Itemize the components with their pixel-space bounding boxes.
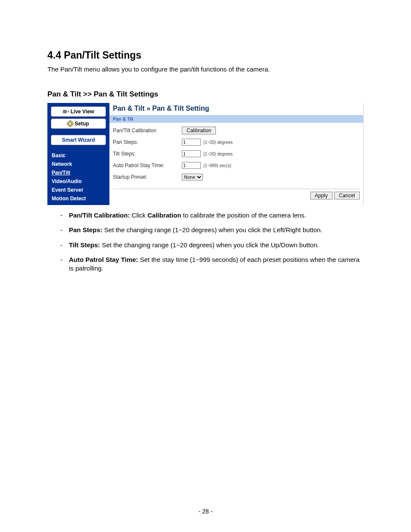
list-item: Pan Steps: Set the changing range (1~20 …	[60, 226, 364, 234]
bullet-term: Tilt Steps:	[69, 241, 100, 249]
sidebar-items: BasicNetworkPan/TiltVideo/AudioEvent Ser…	[48, 151, 109, 204]
sidebar-item-motion-detect[interactable]: Motion Detect	[48, 194, 109, 204]
document-page: 4.4 Pan/Tilt Settings The Pan/Tilt menu …	[0, 0, 411, 532]
pan-steps-hint: (1~20) degrees	[203, 140, 233, 145]
divider	[113, 189, 360, 189]
auto-patrol-input[interactable]	[182, 162, 201, 169]
sidebar: Live View Setup Smart Wizard BasicNetwor…	[47, 103, 109, 205]
cancel-button[interactable]: Cancel	[334, 192, 360, 199]
tilt-steps-hint: (1~20) degrees	[203, 152, 233, 156]
row-calibration: Pan/Tilt Calibration Calibration	[113, 125, 360, 136]
sidebar-item-event-server[interactable]: Event Server	[48, 186, 109, 194]
apply-button[interactable]: Apply	[310, 192, 333, 199]
bullet-term: Pan/Tilt Calibration:	[69, 212, 130, 219]
pan-steps-input[interactable]	[182, 139, 201, 146]
live-view-button[interactable]: Live View	[51, 106, 106, 117]
gear-icon	[68, 121, 73, 126]
label-tilt-steps: Tilt Steps:	[113, 151, 182, 157]
bullet-emphasis: Calibration	[147, 212, 181, 219]
row-pan-steps: Pan Steps: (1~20) degrees	[113, 137, 360, 147]
setup-button[interactable]: Setup	[51, 118, 106, 129]
tilt-steps-input[interactable]	[182, 150, 201, 157]
camera-icon	[63, 109, 69, 114]
row-auto-patrol: Auto Patrol Stay Time: (1~999) sec(s)	[113, 160, 360, 171]
sidebar-item-basic[interactable]: Basic	[48, 151, 109, 160]
sub-section-title: Pan & Tilt >> Pan & Tilt Settings	[47, 90, 364, 99]
row-startup-preset: Startup Preset: None	[113, 172, 360, 182]
description-list: Pan/Tilt Calibration: Click Calibration …	[47, 211, 364, 273]
live-view-label: Live View	[71, 109, 94, 115]
label-calibration: Pan/Tilt Calibration	[113, 128, 182, 134]
label-startup-preset: Startup Preset:	[113, 174, 182, 180]
form: Pan/Tilt Calibration Calibration Pan Ste…	[109, 125, 363, 186]
intro-paragraph: The Pan/Tilt menu allows you to configur…	[47, 65, 364, 73]
list-item: Auto Patrol Stay Time: Set the stay time…	[60, 255, 364, 273]
calibration-button[interactable]: Calibration	[182, 127, 216, 134]
startup-preset-select[interactable]: None	[182, 174, 203, 180]
breadcrumb: Pan & Tilt » Pan & Tilt Setting	[109, 103, 363, 115]
label-auto-patrol: Auto Patrol Stay Time:	[113, 162, 182, 168]
setup-label: Setup	[75, 121, 89, 127]
content-area: Pan & Tilt » Pan & Tilt Setting Pan & Ti…	[109, 103, 363, 205]
sidebar-item-pan-tilt[interactable]: Pan/Tilt	[48, 168, 109, 177]
list-item: Tilt Steps: Set the changing range (1~20…	[60, 241, 364, 249]
sidebar-item-video-audio[interactable]: Video/Audio	[48, 177, 109, 186]
auto-patrol-hint: (1~999) sec(s)	[203, 163, 231, 168]
settings-panel: Live View Setup Smart Wizard BasicNetwor…	[47, 103, 364, 205]
label-pan-steps: Pan Steps:	[113, 139, 182, 145]
section-title: 4.4 Pan/Tilt Settings	[47, 50, 364, 61]
smart-wizard-label: Smart Wizard	[62, 137, 95, 143]
page-number: - 28 -	[0, 508, 411, 515]
sidebar-item-network[interactable]: Network	[48, 160, 109, 168]
bullet-term: Auto Patrol Stay Time:	[69, 256, 138, 263]
row-tilt-steps: Tilt Steps: (1~20) degrees	[113, 149, 360, 159]
section-bar: Pan & Tilt	[109, 115, 363, 123]
action-bar: Apply Cancel	[109, 192, 363, 203]
bullet-term: Pan Steps:	[69, 226, 103, 233]
smart-wizard-button[interactable]: Smart Wizard	[51, 135, 106, 145]
list-item: Pan/Tilt Calibration: Click Calibration …	[60, 211, 364, 220]
